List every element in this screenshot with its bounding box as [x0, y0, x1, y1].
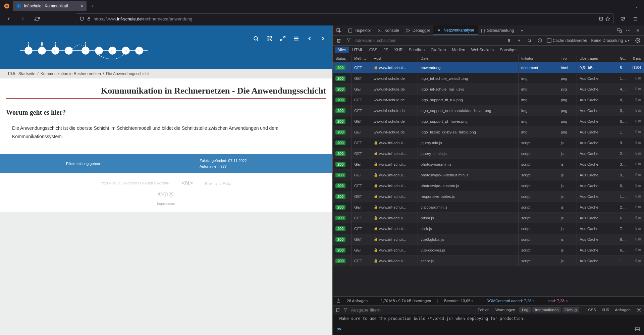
qr-icon[interactable] [266, 36, 272, 42]
console-pill-debug[interactable]: Debug [562, 307, 579, 313]
next-icon[interactable] [320, 36, 326, 42]
table-row[interactable]: 200GETwww.inf-schule.delogo_inf-schule_w… [333, 73, 644, 84]
console-toggle-anfragen[interactable]: Anfragen [613, 308, 633, 312]
col-status[interactable]: Status [333, 54, 352, 62]
filter-schriften[interactable]: Schriften [406, 47, 427, 53]
url-field[interactable]: https://www.inf-schule.de/rechnernetze/a… [76, 13, 614, 24]
search-icon[interactable] [526, 38, 533, 43]
split-console-icon[interactable] [635, 327, 640, 332]
stopwatch-icon[interactable] [336, 298, 341, 303]
table-row[interactable]: 200GET🔒www.inf-schul…script.jsscriptjsAu… [333, 256, 644, 266]
filter-medien[interactable]: Medien [449, 47, 468, 53]
filter-xhr[interactable]: XHR [391, 47, 405, 53]
console-pill-log[interactable]: Log [519, 307, 531, 313]
plus-icon[interactable]: ＋ [516, 38, 522, 43]
pocket-icon[interactable] [617, 13, 628, 24]
console-pill-warnungen[interactable]: Warnungen [493, 307, 518, 313]
funnel-icon[interactable] [343, 308, 347, 312]
menu-icon[interactable] [630, 13, 641, 24]
table-row[interactable]: 200GET🔒www.inf-schul…slick.jsscriptjsAus… [333, 223, 644, 234]
filter-grafiken[interactable]: Grafiken [428, 47, 448, 53]
trash-icon[interactable] [335, 38, 342, 43]
tab-console[interactable]: Konsole [374, 25, 402, 35]
filter-alles[interactable]: Alles [335, 47, 349, 53]
tab-debugger[interactable]: Debugger [402, 25, 434, 35]
chevron-down-icon[interactable]: ⌄ [632, 4, 642, 9]
breadcrumb-link[interactable]: Startseite [18, 71, 36, 76]
back-button[interactable] [3, 13, 14, 24]
table-row[interactable]: 200GET🔒www.inf-schul…jquery-ui.min.jsscr… [333, 148, 644, 159]
tab-more[interactable]: » [517, 25, 526, 35]
firefox-icon[interactable] [2, 1, 11, 11]
prev-icon[interactable] [307, 36, 313, 42]
table-row[interactable]: 200GET🔒www.inf-schul…anwendungdocumentht… [333, 62, 644, 73]
col-waterfall[interactable]: 0 ms [627, 54, 644, 62]
col-type[interactable]: Typ [558, 54, 577, 62]
table-row[interactable]: 200GETwww.inf-schule.delogo_support_fit_… [333, 95, 644, 105]
sponsor-logo[interactable]: <N> [181, 180, 193, 187]
col-initiator[interactable]: Initiator [519, 54, 558, 62]
table-row[interactable]: 200GET🔒www.inf-schul…clipboard.min.jsscr… [333, 202, 644, 213]
forward-button[interactable] [17, 13, 28, 24]
filter-js[interactable]: JS [381, 47, 391, 53]
pause-icon[interactable] [506, 38, 512, 43]
console-toggle-xhr[interactable]: XHR [599, 308, 611, 312]
url-filter-input[interactable] [355, 38, 422, 43]
table-row[interactable]: 200GET🔒www.inf-schul…photoswipe-ui-defau… [333, 170, 644, 180]
console-toggle-css[interactable]: CSS [586, 308, 598, 312]
new-tab-button[interactable]: ＋ [88, 1, 97, 11]
table-row[interactable]: 200GET🔒www.inf-schul…prism.jsscriptjsAus… [333, 213, 644, 223]
col-method[interactable]: Meth… [352, 54, 371, 62]
site-logo[interactable]: I N F - S C H U L E [10, 32, 148, 62]
console-prompt[interactable]: ≫ [333, 323, 644, 335]
hamburger-icon[interactable] [293, 36, 299, 42]
impressum-link[interactable]: Impressum [0, 202, 332, 206]
table-row[interactable]: 200GETwww.inf-schule.delogo_lizenz_cc-by… [333, 127, 644, 137]
kebab-icon[interactable]: ⋯ [625, 28, 632, 33]
throttle-select[interactable]: Keine Drosselung ▲▼ [591, 38, 630, 43]
tab-inspector[interactable]: Inspektor [344, 25, 374, 35]
console-pill-informationen[interactable]: Informationen [532, 307, 561, 313]
console-pill-fehler[interactable]: Fehler [475, 307, 491, 313]
console-filter-input[interactable] [351, 308, 411, 313]
bookmark-icon[interactable] [605, 16, 610, 21]
search-icon[interactable] [253, 36, 259, 42]
filter-css[interactable]: CSS [367, 47, 380, 53]
table-row[interactable]: 200GETwww.inf-schule.delogo_support_netz… [333, 105, 644, 116]
filter-html[interactable]: HTML [350, 47, 366, 53]
table-row[interactable]: 200GET🔒www.inf-schul…photoswipe--custom.… [333, 180, 644, 191]
table-row[interactable]: 200GET🔒www.inf-schul…vue-cookies.jsscrip… [333, 245, 644, 256]
breadcrumb-link[interactable]: Kommunikation in Rechnernetzen [41, 71, 101, 76]
block-icon[interactable] [537, 38, 543, 43]
feedback-link[interactable]: Rückmeldung geben [66, 162, 100, 166]
gear-icon[interactable] [634, 308, 641, 312]
table-row[interactable]: 200GETwww.inf-schule.delogo_inf-schule_n… [333, 84, 644, 95]
reader-icon[interactable] [599, 16, 603, 21]
sponsor-logo[interactable]: TECHNISCHE UNIVERSITÄT KAISERSLAUTERN [101, 182, 169, 185]
filter-websockets[interactable]: WebSockets [469, 47, 496, 53]
reload-button[interactable] [32, 13, 42, 24]
col-size[interactable]: G… [617, 54, 627, 62]
close-devtools-icon[interactable]: ✕ [635, 28, 641, 33]
table-row[interactable]: 200GET🔒www.inf-schul…vue3.global.jsscrip… [333, 234, 644, 245]
filter-sonstiges[interactable]: Sonstiges [497, 47, 520, 53]
cache-checkbox[interactable]: Cache deaktivieren [547, 38, 587, 43]
sponsor-logo[interactable]: Rheinland-Pfalz [205, 181, 231, 185]
col-file[interactable]: Datei [418, 54, 519, 62]
close-icon[interactable]: × [80, 3, 83, 9]
funnel-icon[interactable] [345, 38, 352, 43]
col-transferred[interactable]: Übertragen [577, 54, 617, 62]
gear-icon[interactable] [634, 38, 641, 43]
fullscreen-icon[interactable] [280, 36, 286, 42]
trash-icon[interactable] [335, 308, 340, 312]
responsive-icon[interactable] [617, 28, 622, 33]
table-row[interactable]: 200GET🔒www.inf-schul…jquery.min.jsscript… [333, 137, 644, 148]
col-host[interactable]: Host [371, 54, 418, 62]
table-row[interactable]: 200GETwww.inf-schule.delogo_support_pl--… [333, 116, 644, 127]
tab-style[interactable]: { }Stilbearbeitung [478, 25, 517, 35]
cc-license-icon[interactable]: ⓒⓘⓞ [0, 191, 332, 198]
browser-tab[interactable]: i inf-schule | Kommunikati × [13, 1, 87, 11]
table-row[interactable]: 200GET🔒www.inf-schul…photoswipe.min.jssc… [333, 159, 644, 170]
tab-network[interactable]: Netzwerkanalyse [433, 25, 477, 35]
element-picker-button[interactable] [333, 25, 344, 35]
